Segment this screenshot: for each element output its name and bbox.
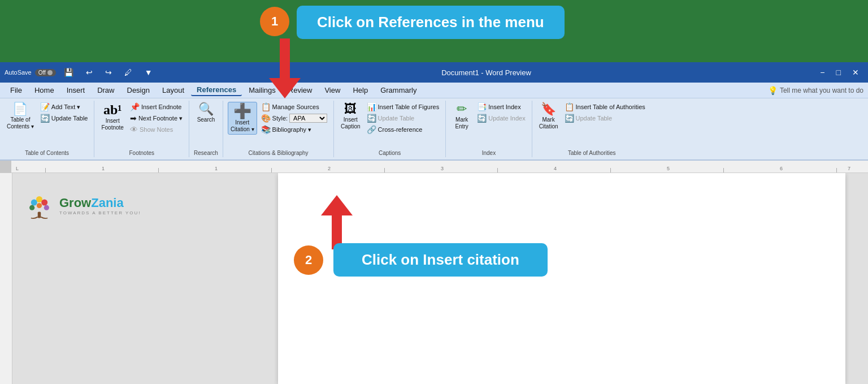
update-table-cap-label: Update Table [378,115,415,122]
next-footnote-btn[interactable]: ➡ Next Footnote ▾ [128,113,184,123]
show-notes-btn[interactable]: 👁 Show Notes [128,124,184,135]
authorities-group-label: Table of Authorities [568,149,616,156]
table-figures-icon: 📊 [367,102,376,111]
insert-endnote-btn[interactable]: 📌 Insert Endnote [128,102,184,112]
cross-reference-btn[interactable]: 🔗 Cross-reference [365,124,441,135]
insert-index-btn[interactable]: 📑 Insert Index [475,102,527,112]
style-select[interactable]: APA MLA Chicago [289,114,327,123]
search-label: Search [197,117,215,123]
index-items: ✏ MarkEntry 📑 Insert Index 🔄 Update Inde… [450,102,527,149]
svg-point-3 [29,205,34,210]
bibliography-btn[interactable]: 📚 Bibliography ▾ [259,124,329,135]
undo-icon[interactable]: ↩ [81,67,97,78]
show-notes-icon: 👁 [130,125,138,134]
mark-citation-btn[interactable]: 🔖 MarkCitation [537,102,561,131]
logo-grow: Grow [59,196,91,210]
menu-help[interactable]: Help [347,85,374,96]
toc-label: Table ofContents ▾ [7,117,34,130]
ruler-tick [158,168,159,172]
update-table-cap-btn[interactable]: 🔄 Update Table [365,113,441,123]
add-text-label: Add Text ▾ [51,103,81,111]
ribbon-group-index: ✏ MarkEntry 📑 Insert Index 🔄 Update Inde… [446,101,532,157]
step2-tooltip: Click on Insert citation [333,243,548,277]
ribbon-group-captions: 🖼 InsertCaption 📊 Insert Table of Figure… [334,101,446,157]
insert-index-label: Insert Index [488,103,520,110]
step2-number: 2 [305,253,312,267]
authorities-icon: 📋 [565,102,574,111]
save-icon[interactable]: 💾 [59,67,78,78]
doc-sidebar: GrowZania TOWARDS A BETTER YOU! [12,173,267,384]
mark-citation-label: MarkCitation [539,117,558,130]
authorities-items: 🔖 MarkCitation 📋 Insert Table of Authori… [537,102,647,149]
insert-table-figures-btn[interactable]: 📊 Insert Table of Figures [365,102,441,112]
table-figures-label: Insert Table of Figures [378,103,440,110]
menu-search[interactable]: 💡 Tell me what you want to do [768,86,863,95]
footnote-icon: ab¹ [103,103,122,117]
search-text: Tell me what you want to do [780,87,863,94]
footnotes-group-label: Footnotes [129,149,154,156]
more-icon[interactable]: ▼ [140,67,157,78]
manage-sources-btn[interactable]: 📋 Manage Sources [259,102,329,112]
menu-grammarly[interactable]: Grammarly [375,85,422,96]
restore-btn[interactable]: □ [832,67,845,78]
menu-references[interactable]: References [191,84,242,96]
menu-design[interactable]: Design [121,85,155,96]
insert-authorities-btn[interactable]: 📋 Insert Table of Authorities [563,102,647,112]
menu-file[interactable]: File [5,85,28,96]
ruler-tick [45,168,46,172]
index-group-label: Index [482,149,496,156]
close-btn[interactable]: ✕ [848,67,863,78]
customize-icon[interactable]: 🖊 [120,67,137,78]
ribbon-group-authorities: 🔖 MarkCitation 📋 Insert Table of Authori… [532,101,652,157]
mark-entry-icon: ✏ [457,103,467,115]
footnotes-col: 📌 Insert Endnote ➡ Next Footnote ▾ 👁 Sho… [128,102,184,135]
update-index-btn[interactable]: 🔄 Update Index [475,113,527,123]
redo-icon[interactable]: ↪ [101,67,116,78]
ruler-mark: 1 [102,166,105,171]
insert-footnote-btn[interactable]: ab¹ InsertFootnote [99,102,125,132]
toc-button[interactable]: 📄 Table ofContents ▾ [5,102,36,131]
cross-ref-label: Cross-reference [378,126,423,133]
ruler-tick [610,168,611,172]
arrow1-shaft [280,38,290,78]
update-auth-label: Update Table [576,115,613,122]
ruler-mark: 1 [215,166,218,171]
autosave-status: Off [38,70,46,76]
caption-icon: 🖼 [344,103,357,115]
citations-items: ➕ InsertCitation ▾ 📋 Manage Sources 🎨 St… [228,102,329,149]
toc-col: 📝 Add Text ▾ 🔄 Update Table [38,102,90,123]
insert-citation-btn[interactable]: ➕ InsertCitation ▾ [228,102,257,135]
captions-items: 🖼 InsertCaption 📊 Insert Table of Figure… [338,102,441,149]
toggle-dot [47,70,53,75]
document-page[interactable] [278,173,845,384]
step2-tooltip-text: Click on Insert citation [362,251,519,268]
mark-entry-label: MarkEntry [455,117,468,130]
menu-insert[interactable]: Insert [61,85,91,96]
svg-point-2 [41,200,47,206]
menu-view[interactable]: View [319,85,346,96]
caption-label: InsertCaption [341,117,360,130]
autosave-toggle[interactable]: Off [35,69,56,76]
ruler-mark: 6 [780,166,783,171]
search-btn[interactable]: 🔍 Search [194,102,217,124]
menu-draw[interactable]: Draw [92,85,120,96]
svg-point-1 [31,200,37,206]
menu-home[interactable]: Home [29,85,60,96]
minimize-btn[interactable]: − [815,67,829,78]
arrow2 [321,195,353,249]
update-authorities-btn[interactable]: 🔄 Update Table [563,113,647,123]
ruler-mark: 4 [554,166,557,171]
insert-caption-btn[interactable]: 🖼 InsertCaption [338,102,362,131]
menu-layout[interactable]: Layout [157,85,190,96]
update-index-label: Update Index [488,115,525,122]
mark-entry-btn[interactable]: ✏ MarkEntry [450,102,473,131]
update-table-btn[interactable]: 🔄 Update Table [38,113,90,123]
logo-name: GrowZania [59,196,141,210]
citations-group-label: Citations & Bibliography [248,149,308,156]
bibliography-icon: 📚 [261,125,271,134]
svg-point-0 [36,196,42,202]
arrow1-head [269,78,301,98]
citation-label: InsertCitation ▾ [231,119,254,133]
add-text-btn[interactable]: 📝 Add Text ▾ [38,102,90,112]
style-btn[interactable]: 🎨 Style: APA MLA Chicago [259,113,329,123]
